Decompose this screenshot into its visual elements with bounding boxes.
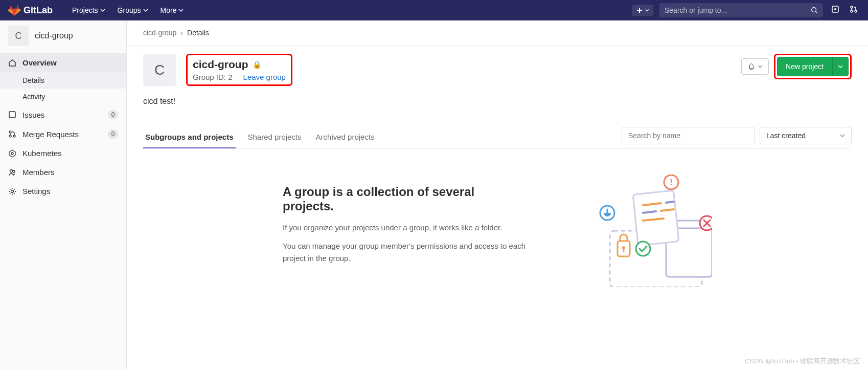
sidebar-item-settings[interactable]: Settings <box>0 182 126 201</box>
top-navbar: GitLab Projects Groups More Search or ju… <box>0 0 868 20</box>
members-icon <box>8 168 16 177</box>
sidebar: C cicd-group Overview Details Activity I… <box>0 20 127 370</box>
chevron-down-icon <box>838 64 843 69</box>
sort-select[interactable]: Last created <box>760 127 852 144</box>
svg-point-8 <box>855 10 857 12</box>
breadcrumb-parent[interactable]: cicd-group <box>143 29 176 37</box>
sidebar-item-merge-requests[interactable]: Merge Requests 0 <box>0 124 126 144</box>
new-project-button[interactable]: New project <box>777 57 832 76</box>
kubernetes-icon <box>8 149 16 158</box>
main-content: cicd-group › Details C cicd-group 🔒 Grou… <box>127 20 868 370</box>
chevron-down-icon <box>143 8 148 13</box>
create-new-button[interactable] <box>632 5 653 16</box>
navbar-left: GitLab Projects Groups More <box>8 3 189 17</box>
merge-icon <box>8 130 16 138</box>
group-avatar-large: C <box>143 54 176 86</box>
notifications-button[interactable] <box>741 58 769 75</box>
divider <box>238 73 238 81</box>
sidebar-item-issues[interactable]: Issues 0 <box>0 105 126 124</box>
svg-point-17 <box>11 190 14 192</box>
chevron-down-icon <box>178 8 184 13</box>
tab-archived-projects[interactable]: Archived projects <box>314 126 377 148</box>
filter-row: Last created <box>622 127 852 148</box>
gitlab-logo[interactable]: GitLab <box>8 4 53 16</box>
empty-paragraph-1: If you organize your projects under a gr… <box>283 222 528 234</box>
nav-projects[interactable]: Projects <box>67 3 110 17</box>
tabs-row: Subgroups and projects Shared projects A… <box>143 126 852 149</box>
svg-rect-1 <box>637 10 642 11</box>
empty-heading: A group is a collection of several proje… <box>283 185 528 213</box>
home-icon <box>8 59 16 67</box>
new-project-dropdown[interactable] <box>832 57 849 76</box>
group-description: cicd test! <box>143 97 852 106</box>
group-meta: Group ID: 2 Leave group <box>193 73 286 81</box>
empty-state-illustration: ! <box>549 175 712 277</box>
svg-point-5 <box>834 8 836 10</box>
gear-icon <box>8 187 16 195</box>
leave-group-link[interactable]: Leave group <box>243 73 286 81</box>
bell-icon <box>748 63 755 70</box>
svg-line-3 <box>816 12 818 14</box>
svg-point-29 <box>636 242 650 256</box>
breadcrumb-current: Details <box>187 29 209 37</box>
group-id-label: Group ID: 2 <box>193 73 233 81</box>
sidebar-group-name: cicd-group <box>35 31 73 40</box>
sidebar-item-members[interactable]: Members <box>0 163 126 182</box>
issues-icon <box>8 111 16 119</box>
tab-subgroups-projects[interactable]: Subgroups and projects <box>143 126 236 148</box>
global-search[interactable]: Search or jump to... <box>659 3 823 17</box>
filter-search-input[interactable] <box>622 127 755 144</box>
lock-icon: 🔒 <box>253 60 261 69</box>
svg-point-12 <box>13 135 15 137</box>
empty-state-text: A group is a collection of several proje… <box>283 175 528 271</box>
sidebar-item-overview[interactable]: Overview <box>0 53 126 72</box>
group-name-heading: cicd-group 🔒 <box>193 58 286 71</box>
nav-more[interactable]: More <box>155 3 189 17</box>
search-placeholder: Search or jump to... <box>665 6 727 14</box>
svg-rect-9 <box>9 112 15 118</box>
watermark: CSDN @IoTHub - 物联网开源技术社区 <box>745 357 860 366</box>
sidebar-sub-activity[interactable]: Activity <box>0 89 126 105</box>
brand-text: GitLab <box>24 5 53 16</box>
svg-point-11 <box>9 135 11 137</box>
header-actions: New project <box>741 54 852 79</box>
svg-line-22 <box>666 202 674 203</box>
navbar-right: Search or jump to... <box>632 3 860 17</box>
gitlab-icon <box>8 4 20 16</box>
group-name: cicd-group <box>193 58 248 71</box>
chevron-down-icon <box>758 64 762 69</box>
svg-point-10 <box>9 131 11 133</box>
breadcrumb-separator: › <box>180 29 183 37</box>
new-project-button-group: New project <box>777 57 849 76</box>
group-avatar-small: C <box>8 26 29 46</box>
plus-icon <box>636 7 643 14</box>
merge-requests-shortcut-icon[interactable] <box>848 3 860 17</box>
breadcrumb: cicd-group › Details <box>127 20 868 46</box>
sidebar-nav: Overview Details Activity Issues 0 Merge… <box>0 51 126 203</box>
search-icon <box>811 7 818 14</box>
svg-marker-13 <box>9 150 15 157</box>
empty-state: A group is a collection of several proje… <box>143 149 852 302</box>
svg-point-7 <box>851 10 853 12</box>
group-header: C cicd-group 🔒 Group ID: 2 Leave group <box>143 54 852 86</box>
chevron-down-icon <box>100 8 105 13</box>
sidebar-header[interactable]: C cicd-group <box>0 20 126 51</box>
mr-count-badge: 0 <box>108 129 118 139</box>
issues-shortcut-icon[interactable] <box>829 3 841 17</box>
svg-point-16 <box>13 170 15 172</box>
svg-point-15 <box>10 169 13 172</box>
empty-paragraph-2: You can manage your group member's permi… <box>283 240 528 265</box>
tabs: Subgroups and projects Shared projects A… <box>143 126 377 148</box>
svg-point-14 <box>11 153 13 155</box>
tab-shared-projects[interactable]: Shared projects <box>246 126 304 148</box>
group-info-highlighted: cicd-group 🔒 Group ID: 2 Leave group <box>186 54 292 86</box>
svg-point-6 <box>851 6 853 8</box>
sidebar-sub-details[interactable]: Details <box>0 72 126 89</box>
svg-rect-20 <box>633 190 679 246</box>
chevron-down-icon <box>840 133 845 138</box>
svg-point-2 <box>812 8 816 12</box>
sidebar-item-kubernetes[interactable]: Kubernetes <box>0 144 126 163</box>
chevron-down-icon <box>645 8 649 12</box>
nav-menu: Projects Groups More <box>67 3 189 17</box>
nav-groups[interactable]: Groups <box>112 3 153 17</box>
